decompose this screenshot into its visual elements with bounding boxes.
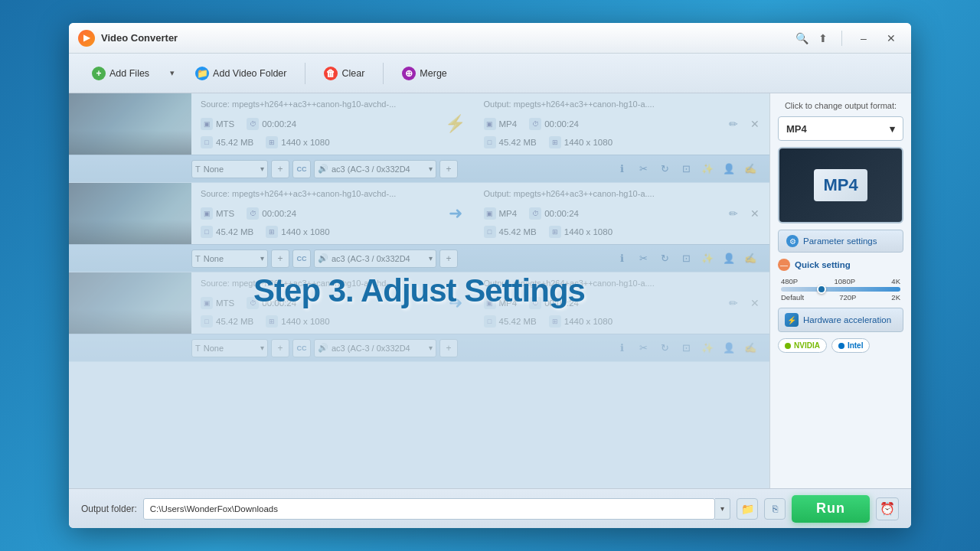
rotate-icon-3[interactable]: ↻ [655,338,675,358]
browse-folder-button[interactable]: 📁 [737,498,758,520]
rotate-icon-1[interactable]: ↻ [655,159,675,179]
audio-select-2[interactable]: 🔊 ac3 (AC-3 / 0x332D4 ▾ [314,249,436,268]
effects-icon-1[interactable]: ✨ [697,159,717,179]
timer-button[interactable]: ⏰ [876,497,899,520]
format-preview[interactable]: MP4 [778,147,903,223]
file-item-1: Source: mpegts+h264++ac3++canon-hg10-avc… [69,93,769,183]
crop-icon-2[interactable]: ⊡ [676,249,696,269]
info-icon-2[interactable]: ℹ [612,249,632,269]
format-icon-2: ▣ [201,207,213,220]
audio-select-1[interactable]: 🔊 ac3 (AC-3 / 0x332D4 ▾ [314,160,436,178]
crop-icon-3[interactable]: ⊡ [676,338,696,358]
close-button[interactable]: ✕ [880,30,902,47]
add-filter-btn-2[interactable]: + [271,249,289,268]
add-folder-icon: 📁 [195,67,209,80]
intel-badge[interactable]: Intel [831,338,871,353]
clock-icon-1: ⏱ [247,118,259,130]
format-2: ▣ MTS [201,207,234,220]
file-meta-output-3: ▣ MP4 ⏱ 00:00:24 [484,297,710,309]
remove-btn-3[interactable]: ✕ [746,295,763,311]
out-res-icon-2: ⊞ [549,226,561,238]
nvidia-badge[interactable]: NVIDIA [778,338,827,353]
edit-btn-3[interactable]: ✏ [725,295,742,311]
watermark-icon-3[interactable]: 👤 [719,338,739,358]
cc-btn-2[interactable]: CC [292,249,311,268]
file-output-1: Output: mpegts+h264+ac3++canon-hg10-a...… [475,93,720,155]
remove-btn-2[interactable]: ✕ [746,205,763,222]
quality-slider-track[interactable] [781,287,900,292]
audio-icon-2: 🔊 [318,253,328,263]
out-size-icon-3: □ [484,315,496,328]
watermark-icon-2[interactable]: 👤 [719,249,739,269]
search-icon[interactable]: 🔍 [794,31,809,46]
cut-icon-3[interactable]: ✂ [633,338,653,358]
add-filter-btn-1[interactable]: + [271,160,289,178]
info-icon-1[interactable]: ℹ [612,159,632,179]
watermark-icon-1[interactable]: 👤 [719,159,739,179]
add-audio-btn-3[interactable]: + [439,339,458,357]
edit-btn-1[interactable]: ✏ [725,116,742,132]
format-selector[interactable]: MP4 ▾ [778,116,903,141]
add-audio-btn-1[interactable]: + [439,160,458,178]
clear-icon: 🗑 [324,67,338,80]
hardware-acceleration-button[interactable]: ⚡ Hardware acceleration [778,308,903,332]
subtitle-icon-3[interactable]: ✍ [740,338,760,358]
quality-default: Default [781,293,804,302]
source-label-2: Source: mpegts+h264++ac3++canon-hg10-avc… [201,189,427,198]
edit-btn-2[interactable]: ✏ [725,205,742,222]
quality-2k: 2K [891,293,900,302]
output-path-field[interactable]: C:\Users\WonderFox\Downloads [143,498,715,520]
thumbnail-1 [69,93,191,155]
effects-icon-2[interactable]: ✨ [697,249,717,269]
out-clock-icon-2: ⏱ [529,207,541,220]
subtitle-icon-2[interactable]: ✍ [740,249,760,269]
copy-path-button[interactable]: ⎘ [764,498,786,520]
file-output-2: Output: mpegts+h264+ac3++canon-hg10-a...… [475,183,720,244]
main-area: Source: mpegts+h264++ac3++canon-hg10-avc… [69,93,911,488]
cc-btn-1[interactable]: CC [292,160,311,178]
file-meta-size-3: □ 45.42 MB ⊞ 1440 x 1080 [201,315,427,328]
add-audio-btn-2[interactable]: + [439,249,458,268]
cc-btn-3[interactable]: CC [292,339,311,357]
res-icon-2: ⊞ [266,226,278,238]
out-format-icon-1: ▣ [484,118,496,130]
remove-btn-1[interactable]: ✕ [746,116,763,132]
subtitle-icon-1[interactable]: ✍ [740,159,760,179]
clear-button[interactable]: 🗑 Clear [313,62,375,85]
output-path-value: C:\Users\WonderFox\Downloads [150,504,278,514]
filter-select-3[interactable]: T None ▾ [191,339,268,357]
crop-icon-1[interactable]: ⊡ [676,159,696,179]
intel-dot [838,343,844,349]
out-format-icon-2: ▣ [484,207,496,220]
convert-arrow-2: ➜ [449,204,462,223]
add-files-button[interactable]: + Add Files [81,62,160,85]
clock-icon-2: ⏱ [247,207,259,220]
file-row-1: Source: mpegts+h264++ac3++canon-hg10-avc… [69,93,769,155]
run-button[interactable]: Run [792,495,870,523]
quality-slider-thumb[interactable] [817,285,826,294]
parameter-icon: ⚙ [786,235,799,247]
filter-select-2[interactable]: T None ▾ [191,249,268,268]
output-path-dropdown[interactable]: ▾ [715,498,730,520]
file-meta-source-3: ▣ MTS ⏱ 00:00:24 [201,297,427,309]
file-row-3: Source: mpegts+h264++ac3++canon-hg10-avc… [69,272,769,334]
share-icon[interactable]: ⬆ [815,31,831,46]
add-files-dropdown[interactable]: ▾ [163,63,181,84]
minimize-button[interactable]: – [853,30,874,47]
merge-button[interactable]: ⊕ Merge [391,62,457,85]
add-folder-button[interactable]: 📁 Add Video Folder [185,62,297,85]
file-actions-2: ✏ ✕ [719,183,769,244]
cut-icon-1[interactable]: ✂ [633,159,653,179]
parameter-settings-button[interactable]: ⚙ Parameter settings [778,230,903,253]
info-icon-3[interactable]: ℹ [612,338,632,358]
item-tool-icons-1: ℹ ✂ ↻ ⊡ ✨ 👤 ✍ [612,159,766,179]
filter-value-1: None [204,165,224,174]
cut-icon-2[interactable]: ✂ [633,249,653,269]
effects-icon-3[interactable]: ✨ [697,338,717,358]
filter-select-1[interactable]: T None ▾ [191,160,268,178]
add-filter-btn-3[interactable]: + [271,339,289,357]
arrow-3: ➜ [436,272,475,334]
audio-select-3[interactable]: 🔊 ac3 (AC-3 / 0x332D4 ▾ [314,339,436,357]
rotate-icon-2[interactable]: ↻ [655,249,675,269]
out-clock-icon-3: ⏱ [529,297,541,309]
